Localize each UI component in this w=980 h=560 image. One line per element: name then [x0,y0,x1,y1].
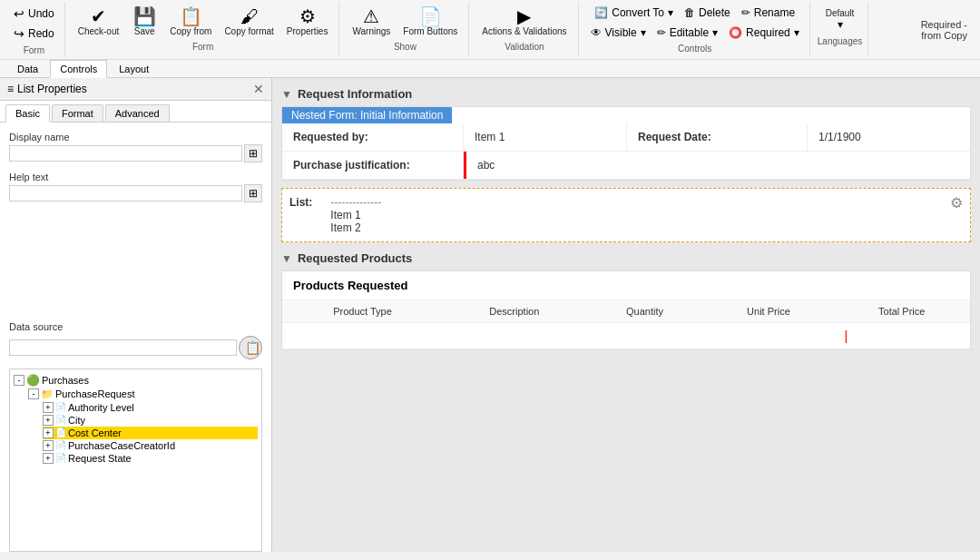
languages-group-label: Languages [818,36,863,46]
requested-by-value: Item 1 [464,123,626,151]
gear-icon[interactable]: ⚙ [950,194,963,211]
validation-buttons: ▶ Actions & Validations [476,4,572,40]
toolbar-group-undoredo: ↩ Undo ↪ Redo Form [4,2,65,57]
form-buttons-btn[interactable]: 📄 Form Buttons [397,4,463,40]
copy-format-label: Copy format [224,26,273,36]
total-price-cell-1: | [834,323,970,349]
tree-node-purchases[interactable]: - 🟢 Purchases [14,373,258,388]
redo-button[interactable]: ↪ Redo [9,24,59,44]
tree-expand-purchasecasecreatorid[interactable]: + [43,440,54,451]
header-required-section: Required - from Copy [921,2,976,57]
undo-redo-group: ↩ Undo ↪ Redo [9,4,59,44]
sub-tab-format[interactable]: Format [52,104,103,122]
warnings-button[interactable]: ⚠ Warnings [347,4,396,40]
tab-controls[interactable]: Controls [50,60,107,78]
tree-node-authority-level[interactable]: + 📄 Authority Level [43,401,258,414]
tree-container[interactable]: - 🟢 Purchases - 📁 PurchaseRequest + 📄 Au… [9,368,262,553]
actions-label: Actions & Validations [482,26,566,36]
properties-button[interactable]: ⚙ Properties [281,4,334,40]
folder-icon-purchaserequest: 📁 [41,388,54,400]
help-text-browse-btn[interactable]: ⊞ [244,184,262,202]
products-table-row-1: | [282,323,970,349]
sub-tab-basic[interactable]: Basic [5,104,50,123]
default-button[interactable]: Default ▾ [820,4,860,34]
section2-header: ▼ Requested Products [281,251,971,265]
list-content-row: List: -------------- Item 1 Item 2 [289,196,950,234]
list-separator: -------------- [330,196,381,209]
show-buttons: ⚠ Warnings 📄 Form Buttons [347,4,463,40]
convert-to-label: Convert To [612,6,664,19]
help-text-input-row: ⊞ [9,184,262,202]
products-table: Product Type Description Quantity Unit P… [282,300,970,349]
col-unit-price: Unit Price [703,300,833,323]
tree-expand-purchases[interactable]: - [14,375,24,386]
actions-icon: ▶ [517,7,531,25]
display-name-input[interactable] [9,145,242,162]
tree-expand-cost-center[interactable]: + [43,427,54,438]
tab-data[interactable]: Data [7,60,48,77]
default-arrow: ▾ [838,18,843,31]
form-row-purchase-justification: Purchase justification: abc [282,152,970,180]
visible-button[interactable]: 👁 Visible ▾ [586,24,651,42]
delete-button[interactable]: 🗑 Delete [680,4,735,22]
section1-toggle[interactable]: ▼ [281,88,292,101]
editable-button[interactable]: ✏ Editable ▾ [652,24,722,42]
section2-toggle[interactable]: ▼ [281,252,292,265]
copy-from-button[interactable]: 📋 Copy from [164,4,217,40]
tree-expand-request-state[interactable]: + [43,453,54,464]
required-button[interactable]: ⭕ Required ▾ [724,24,804,42]
help-text-field: Help text ⊞ [9,172,262,202]
right-panel: ▼ Request Information Nested Form: Initi… [272,78,980,552]
redo-icon: ↪ [14,26,24,41]
list-section: ⚙ List: -------------- Item 1 Item 2 [281,188,971,242]
actions-button[interactable]: ▶ Actions & Validations [476,4,572,40]
list-properties-label: List Properties [17,83,87,95]
tree-node-cost-center[interactable]: + 📄 Cost Center [43,427,258,439]
visible-arrow: ▾ [641,26,646,39]
undo-label: Undo [28,7,54,20]
section2-title: Requested Products [298,251,412,265]
col-product-type: Product Type [282,300,443,323]
tree-expand-purchaserequest[interactable]: - [28,388,39,399]
tree-purchases-children: - 📁 PurchaseRequest + 📄 Authority Level … [14,388,258,465]
data-source-input[interactable] [9,339,237,356]
data-source-label: Data source [9,321,262,332]
convert-to-button[interactable]: 🔄 Convert To ▾ [590,4,678,22]
display-name-browse-btn[interactable]: ⊞ [244,144,262,162]
help-text-input[interactable] [9,185,242,201]
tree-node-request-state[interactable]: + 📄 Request State [43,452,258,465]
tree-expand-city[interactable]: + [43,415,54,426]
request-date-label: Request Date: [626,123,808,151]
required-icon: ⭕ [729,26,742,39]
list-properties-header: ≡ List Properties ✕ [0,78,271,101]
data-source-btn[interactable]: 📋 [239,336,262,359]
required-indicator: | [845,329,848,343]
col-quantity: Quantity [586,300,704,323]
sub-tab-advanced[interactable]: Advanced [105,104,170,122]
toolbar-group-form: ✔ Check-out 💾 Save 📋 Copy from 🖌 Copy fo… [67,2,340,57]
tab-layout[interactable]: Layout [109,60,159,77]
section1-title: Request Information [298,87,412,101]
display-name-label: Display name [9,132,262,142]
close-button[interactable]: ✕ [253,82,264,96]
tree-expand-authority-level[interactable]: + [43,402,54,413]
tree-label-city: City [68,415,85,426]
copy-from-label: Copy from [170,26,211,36]
copy-format-button[interactable]: 🖌 Copy format [219,4,279,40]
visible-icon: 👁 [591,26,602,39]
help-text-label: Help text [9,172,262,182]
tree-node-purchasecasecreatorid[interactable]: + 📄 PurchaseCaseCreatorId [43,439,258,452]
tree-label-purchasecasecreatorid: PurchaseCaseCreatorId [68,440,175,451]
quantity-cell-1 [586,323,704,349]
save-button[interactable]: 💾 Save [126,4,162,40]
show-group-label: Show [394,42,416,52]
rename-button[interactable]: ✏ Rename [737,4,799,22]
col-total-price: Total Price [834,300,970,323]
checkout-button[interactable]: ✔ Check-out [73,4,125,40]
tree-label-request-state: Request State [68,453,132,464]
undo-button[interactable]: ↩ Undo [9,4,59,24]
convert-to-arrow: ▾ [668,6,673,19]
tree-node-purchaserequest[interactable]: - 📁 PurchaseRequest [28,388,258,401]
tree-node-city[interactable]: + 📄 City [43,414,258,427]
tree-label-purchases: Purchases [42,375,89,386]
